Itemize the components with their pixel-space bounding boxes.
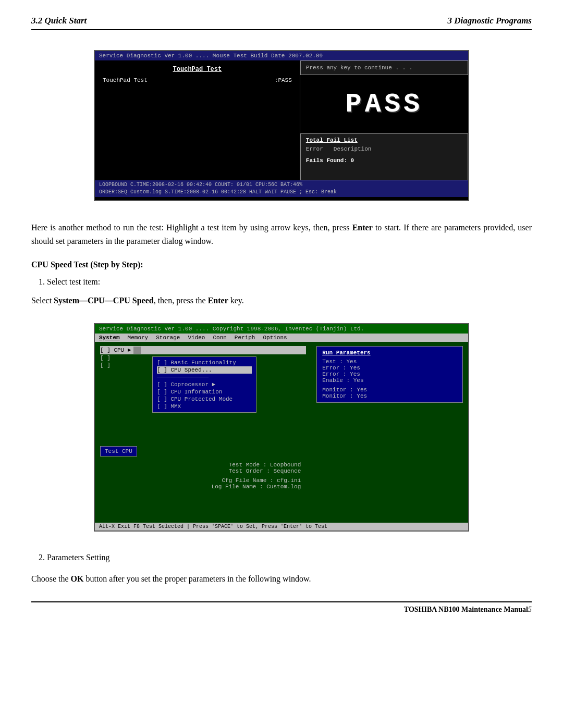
param-error1: Error : Yes <box>322 365 457 371</box>
param-enable: Enable : Yes <box>322 377 457 384</box>
submenu-horizontal: ─────────────── <box>157 374 252 381</box>
center-params: Test Mode : Loopbound Test Order : Seque… <box>100 462 306 490</box>
ss2-top-bar: Service Diagnostic Ver 1.00 .... Copyrig… <box>95 324 468 334</box>
ss2-bottom-bar: Alt-X Exit F8 Test Selected | Press 'SPA… <box>95 523 468 530</box>
pass-display: PASS <box>300 75 468 133</box>
touchpad-label: TouchPad Test <box>103 77 148 83</box>
ss1-body: TouchPad Test TouchPad Test :PASS Press … <box>95 60 468 180</box>
submenu-speed: [ ] CPU Speed... <box>157 366 252 374</box>
error-col: Error <box>306 146 323 152</box>
run-params-title: Run Parameters <box>322 350 457 356</box>
ss1-right-panel: Press any key to continue . . . PASS Tot… <box>300 60 468 180</box>
menu-video[interactable]: Video <box>188 335 205 341</box>
ss2-right-panel: Run Parameters Test : Yes Error : Yes Er… <box>311 342 468 503</box>
ss1-left-panel: TouchPad Test TouchPad Test :PASS <box>95 60 300 180</box>
ss2-menu-bar: System Memory Storage Video Conn Periph … <box>95 334 468 342</box>
bottom-line2: ORDER:SEQ Custom.log S.TIME:2008-02-16 0… <box>99 189 464 196</box>
log-file: Log File Name : Custom.log <box>100 484 301 490</box>
fail-list-title: Total Fail List <box>306 137 462 143</box>
numbered-list-2: Parameters Setting <box>47 550 532 564</box>
menu-periph[interactable]: Periph <box>235 335 255 341</box>
menu-options[interactable]: Options <box>263 335 287 341</box>
touchpad-status: :PASS <box>275 77 292 83</box>
test-order: Test Order : Sequence <box>100 468 301 474</box>
param-error2: Error : Yes <box>322 371 457 377</box>
test-cpu-area: Test CPU <box>100 446 306 456</box>
ss1-bottom: LOOPBOUND C.TIME:2008-02-16 00:42:40 COU… <box>95 180 468 197</box>
header-right: 3 Diagnostic Programs <box>447 16 532 26</box>
ss1-top-bar: Service Diagnostic Ver 1.00 .... Mouse T… <box>95 51 468 60</box>
test-cpu-box: Test CPU <box>100 446 137 456</box>
cpu-submenu: [ ] Basic Functionality [ ] CPU Speed...… <box>152 356 256 413</box>
submenu-info: [ ] CPU Information <box>157 388 252 396</box>
menu-storage[interactable]: Storage <box>156 335 180 341</box>
menu-conn[interactable]: Conn <box>213 335 226 341</box>
menu-memory[interactable]: Memory <box>128 335 149 341</box>
select-instruction: Select System—CPU—CPU Speed, then, press… <box>31 294 532 307</box>
footer-text: TOSHIBA NB100 Maintenance Manual5 <box>404 606 532 614</box>
list-item-1: Select test item: <box>47 275 532 289</box>
menu-system[interactable]: System <box>99 335 120 341</box>
bottom-paragraph: Choose the OK button after you set the p… <box>31 572 532 586</box>
page-header: 3.2 Quick Start 3 Diagnostic Programs <box>31 16 532 30</box>
fail-list: Total Fail List Error Description Fails … <box>300 133 468 180</box>
screenshot2: Service Diagnostic Ver 1.00 .... Copyrig… <box>94 323 469 532</box>
desc-col: Description <box>334 146 372 152</box>
param-test: Test : Yes <box>322 359 457 365</box>
param-monitor2: Monitor : Yes <box>322 393 457 399</box>
main-paragraph: Here is another method to run the test: … <box>31 221 532 248</box>
list-item-2: Parameters Setting <box>47 550 532 564</box>
submenu-protected: [ ] CPU Protected Mode <box>157 396 252 403</box>
submenu-mmx: [ ] MMX <box>157 403 252 410</box>
section-heading: CPU Speed Test (Step by Step): <box>31 260 532 269</box>
ss2-left-panel: [ ] CPU ► [ ] [ ] [ ] Basic Functionalit… <box>95 342 311 503</box>
page-footer: TOSHIBA NB100 Maintenance Manual5 <box>31 601 532 614</box>
touchpad-title: TouchPad Test <box>103 66 292 73</box>
header-left: 3.2 Quick Start <box>31 16 87 26</box>
submenu-basic: [ ] Basic Functionality <box>157 359 252 366</box>
run-params-box: Run Parameters Test : Yes Error : Yes Er… <box>316 346 463 403</box>
press-continue: Press any key to continue . . . <box>300 60 468 75</box>
page-container: 3.2 Quick Start 3 Diagnostic Programs Se… <box>0 0 563 728</box>
test-mode: Test Mode : Loopbound <box>100 462 301 468</box>
ss2-body: [ ] CPU ► [ ] [ ] [ ] Basic Functionalit… <box>95 342 468 503</box>
bottom-line1: LOOPBOUND C.TIME:2008-02-16 00:42:40 COU… <box>99 181 464 189</box>
submenu-coprocessor: [ ] Coprocessor ► <box>157 381 252 388</box>
param-monitor1: Monitor : Yes <box>322 387 457 393</box>
cfg-file: Cfg File Name : cfg.ini <box>100 477 301 484</box>
screenshot1: Service Diagnostic Ver 1.00 .... Mouse T… <box>94 50 469 201</box>
fail-list-header: Error Description <box>306 146 462 152</box>
pass-text: PASS <box>345 89 423 120</box>
fails-found: Fails Found: 0 <box>306 157 462 164</box>
numbered-list: Select test item: <box>47 275 532 289</box>
cpu-row-1: [ ] CPU ► <box>100 346 306 354</box>
